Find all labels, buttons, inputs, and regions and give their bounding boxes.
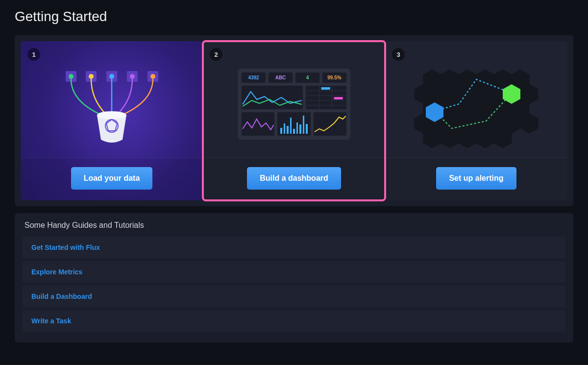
dashboard-illustration: 4392 ABC 4 99.5%	[203, 41, 385, 158]
svg-point-9	[150, 74, 155, 79]
guide-link-write-task[interactable]: Write a Task	[23, 310, 565, 332]
step-badge-1: 1	[27, 48, 40, 61]
hexgrid-icon	[403, 55, 550, 153]
svg-point-6	[89, 74, 94, 79]
mini-line-chart-icon	[242, 86, 303, 109]
step-card-load-data: 1	[21, 41, 203, 200]
bucket-icon	[48, 57, 175, 150]
build-dashboard-button[interactable]: Build a dashboard	[247, 167, 341, 190]
guide-link-build-dashboard[interactable]: Build a Dashboard	[23, 286, 565, 307]
load-data-button[interactable]: Load your data	[71, 167, 153, 190]
mini-spark-purple-icon	[242, 112, 274, 136]
alerting-illustration	[385, 41, 567, 158]
guides-panel: Some Handy Guides and Tutorials Get Star…	[15, 213, 573, 342]
svg-rect-18	[321, 87, 330, 90]
mini-stat-1: 4392	[242, 73, 266, 83]
step-badge-3: 3	[392, 48, 405, 61]
mini-stat-4: 99.5%	[322, 73, 346, 83]
mini-stat-3: 4	[295, 73, 319, 83]
svg-point-10	[97, 111, 126, 119]
svg-point-7	[109, 74, 114, 79]
step-badge-2: 2	[210, 48, 222, 61]
svg-rect-19	[334, 97, 343, 99]
setup-alerting-button[interactable]: Set up alerting	[436, 167, 516, 190]
guides-title: Some Handy Guides and Tutorials	[23, 221, 565, 230]
mini-bars-icon	[277, 112, 310, 136]
page-title: Getting Started	[15, 9, 573, 24]
guide-link-explore-metrics[interactable]: Explore Metrics	[23, 261, 565, 283]
guide-link-flux[interactable]: Get Started with Flux	[23, 237, 565, 258]
mini-table-icon	[306, 86, 346, 109]
step-card-alerting: 3	[385, 41, 567, 200]
svg-point-5	[69, 74, 74, 79]
mini-stat-2: ABC	[269, 73, 293, 83]
svg-point-8	[130, 74, 135, 79]
load-data-illustration	[21, 41, 203, 158]
step-card-build-dashboard: 2 4392 ABC 4 99.5%	[203, 41, 385, 200]
steps-panel: 1	[15, 35, 573, 206]
mini-spark-yellow-icon	[314, 112, 346, 136]
